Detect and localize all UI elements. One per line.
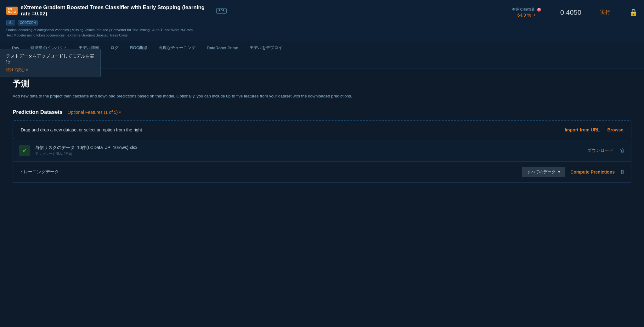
data-select-button[interactable]: すべてのデータ ▾: [522, 167, 565, 177]
main-content: 予測 Add new data to the project then calc…: [0, 69, 644, 192]
page-title: 予測: [13, 78, 631, 89]
dataset-delete-icon[interactable]: 🗑: [620, 148, 625, 153]
add-feature-icon[interactable]: +: [533, 12, 536, 18]
nav-tab-roc[interactable]: ROC曲線: [124, 41, 153, 55]
dataset-name: 与信リスクのデータ_10件(LCData_JP_10rows).xlsx: [35, 145, 582, 151]
badge-m1: M1: [6, 20, 15, 25]
drop-zone[interactable]: Drag and drop a new dataset or select an…: [13, 120, 631, 139]
optional-features-toggle[interactable]: Optional Features (1 of 5) ▾: [68, 110, 121, 115]
header: XGBoost eXtreme Gradient Boosted Trees C…: [0, 0, 644, 41]
dataset-meta: アップロード済み 2日前: [35, 152, 582, 156]
dataset-check-badge: ✔: [19, 145, 30, 156]
badge-bp3: BP3: [216, 8, 227, 14]
training-delete-icon[interactable]: 🗑: [620, 169, 625, 175]
metric-icon: 🎯: [537, 8, 541, 12]
data-select-chevron-icon: ▾: [558, 169, 560, 174]
browse-button[interactable]: Browse: [607, 127, 623, 132]
compute-predictions-button[interactable]: Compute Predictions: [570, 169, 615, 175]
tooltip-read-more[interactable]: 続けて読む »: [6, 68, 28, 72]
xgboost-icon: XGBoost: [6, 7, 18, 15]
metric-label-text: 有用な特徴量: [512, 7, 535, 12]
model-title-block: XGBoost eXtreme Gradient Boosted Trees C…: [6, 4, 227, 38]
metric-block-features: 有用な特徴量 🎯 64.0 % +: [512, 7, 541, 18]
nav-tab-log[interactable]: ログ: [105, 41, 124, 55]
run-button[interactable]: 実行: [600, 9, 610, 16]
data-select-label: すべてのデータ: [527, 169, 556, 175]
dataset-row-0: ✔ 与信リスクのデータ_10件(LCData_JP_10rows).xlsx ア…: [13, 140, 631, 162]
dataset-actions: ダウンロード 🗑: [587, 148, 625, 153]
nav-tab-prime[interactable]: DataRobot Prime: [201, 42, 244, 55]
prediction-datasets-section: Prediction Datasets Optional Features (1…: [13, 109, 631, 115]
model-title: eXtreme Gradient Boosted Trees Classifie…: [21, 4, 213, 17]
metric-block-score: 0.4050: [560, 8, 581, 17]
training-actions: すべてのデータ ▾ Compute Predictions 🗑: [522, 167, 625, 177]
drop-actions: Import from URL Browse: [565, 127, 623, 132]
score-value: 0.4050: [560, 8, 581, 17]
section-title: Prediction Datasets: [13, 109, 63, 115]
badge-codegen: CODEGEN: [18, 20, 38, 25]
training-label: トレーニングデータ: [19, 169, 517, 175]
header-right: 有用な特徴量 🎯 64.0 % + 0.4050 実行 🔒: [512, 4, 638, 18]
chevron-down-icon: ▾: [119, 110, 121, 114]
dataset-info: 与信リスクのデータ_10件(LCData_JP_10rows).xlsx アップ…: [35, 145, 582, 156]
nav-tab-deploy[interactable]: モデルをデプロイ: [244, 41, 288, 55]
optional-features-label: Optional Features (1 of 5): [68, 110, 118, 115]
import-url-button[interactable]: Import from URL: [565, 127, 600, 132]
tooltip-title: テストデータをアップロードしてモデルを実行: [6, 53, 95, 65]
check-icon: ✔: [22, 147, 27, 154]
metric-percent: 64.0 %: [517, 13, 531, 18]
nav-tab-tuning[interactable]: 高度なチューニング: [153, 41, 201, 55]
tooltip-overlay: テストデータをアップロードしてモデルを実行 続けて読む »: [0, 49, 101, 77]
training-row: トレーニングデータ すべてのデータ ▾ Compute Predictions …: [13, 162, 631, 183]
drop-zone-text: Drag and drop a new dataset or select an…: [21, 127, 142, 132]
model-desc: Ordinal encoding of categorical variable…: [6, 27, 195, 38]
page-desc: Add new data to the project then calcula…: [13, 93, 390, 100]
lock-icon: 🔒: [629, 8, 638, 17]
dataset-download-link[interactable]: ダウンロード: [587, 148, 613, 153]
